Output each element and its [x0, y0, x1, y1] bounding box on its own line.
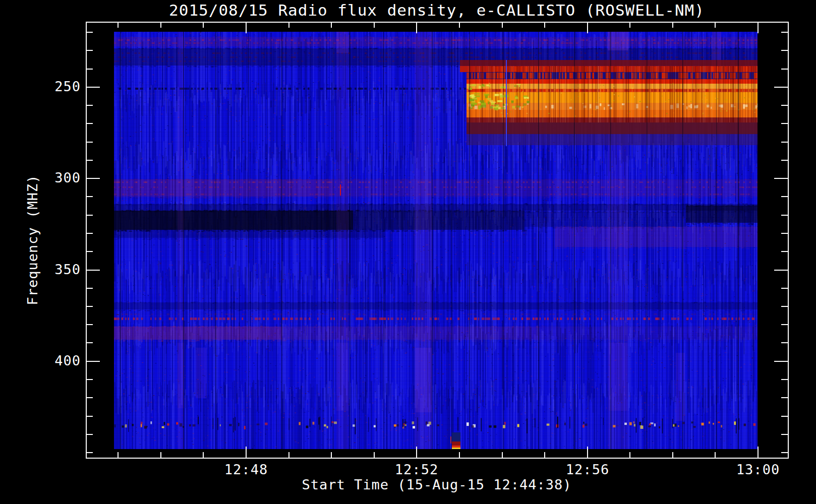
y-tick: [86, 306, 93, 307]
y-tick: [781, 196, 788, 197]
y-tick: [781, 306, 788, 307]
y-axis-title: Frequency (MHZ): [25, 175, 40, 305]
x-tick: [544, 22, 545, 28]
y-tick: [86, 452, 93, 453]
y-tick: [781, 397, 788, 398]
y-tick: [781, 342, 788, 343]
y-tick: [86, 342, 93, 343]
y-tick: [86, 270, 100, 271]
y-tick: [86, 87, 100, 88]
chart-title: 2015/08/15 Radio flux density, e-CALLIST…: [169, 1, 705, 19]
y-tick: [86, 397, 93, 398]
x-tick-label: 13:00: [736, 462, 780, 477]
y-tick: [781, 434, 788, 435]
y-tick: [781, 50, 788, 51]
y-tick: [86, 50, 93, 51]
y-tick: [86, 361, 100, 362]
x-tick: [416, 447, 417, 458]
y-tick: [86, 434, 93, 435]
y-tick: [86, 196, 93, 197]
y-tick-label: 250: [48, 80, 81, 94]
y-tick: [86, 324, 93, 325]
y-tick: [86, 215, 93, 216]
x-tick: [672, 452, 673, 458]
y-tick: [86, 32, 93, 33]
y-tick: [781, 288, 788, 289]
x-tick: [629, 22, 630, 28]
y-tick: [781, 160, 788, 161]
y-tick: [86, 233, 93, 234]
spectrogram-canvas: [114, 32, 757, 449]
x-tick: [544, 452, 545, 458]
x-tick: [502, 22, 503, 28]
y-tick: [781, 215, 788, 216]
x-tick: [203, 452, 204, 458]
spectrogram-figure: 2015/08/15 Radio flux density, e-CALLIST…: [0, 0, 816, 504]
x-tick: [374, 452, 375, 458]
y-tick-label: 300: [48, 171, 81, 185]
y-tick: [86, 416, 93, 417]
y-tick-label: 350: [48, 263, 81, 277]
y-tick-label: 400: [48, 354, 81, 368]
y-tick: [86, 142, 93, 143]
x-tick: [757, 22, 759, 33]
y-tick: [781, 379, 788, 380]
y-tick: [781, 251, 788, 252]
y-tick: [781, 142, 788, 143]
y-tick: [781, 69, 788, 70]
x-tick: [118, 452, 119, 458]
y-tick: [781, 416, 788, 417]
x-tick: [715, 452, 716, 458]
y-tick: [86, 288, 93, 289]
x-tick: [160, 452, 161, 458]
x-tick: [288, 22, 289, 28]
y-tick: [86, 160, 93, 161]
x-tick: [715, 22, 716, 28]
y-tick: [86, 379, 93, 380]
x-tick: [160, 22, 161, 28]
x-tick: [246, 447, 247, 458]
x-tick: [587, 447, 588, 458]
x-tick: [587, 22, 588, 33]
x-tick: [288, 452, 289, 458]
y-tick: [774, 361, 788, 362]
x-tick: [502, 452, 503, 458]
x-tick: [246, 22, 247, 33]
x-tick: [459, 452, 460, 458]
y-tick: [781, 32, 788, 33]
y-tick: [86, 178, 100, 179]
y-tick: [781, 452, 788, 453]
x-tick: [203, 22, 204, 28]
x-tick: [416, 22, 417, 33]
x-tick: [629, 452, 630, 458]
x-tick: [118, 22, 119, 28]
x-tick: [459, 22, 460, 28]
y-tick: [774, 178, 788, 179]
y-tick: [86, 69, 93, 70]
x-tick: [672, 22, 673, 28]
x-tick: [757, 447, 759, 458]
y-tick: [781, 105, 788, 106]
x-tick-label: 12:48: [224, 462, 268, 477]
y-tick: [781, 233, 788, 234]
x-tick: [331, 452, 332, 458]
x-tick-label: 12:56: [566, 462, 609, 477]
x-axis-title: Start Time (15-Aug-15 12:44:38): [302, 477, 572, 492]
y-tick: [781, 324, 788, 325]
y-tick: [774, 87, 788, 88]
x-tick: [331, 22, 332, 28]
x-tick-label: 12:52: [395, 462, 438, 477]
y-tick: [781, 123, 788, 124]
y-tick: [86, 251, 93, 252]
y-tick: [774, 270, 788, 271]
y-tick: [86, 105, 93, 106]
y-tick: [86, 123, 93, 124]
x-tick: [374, 22, 375, 28]
